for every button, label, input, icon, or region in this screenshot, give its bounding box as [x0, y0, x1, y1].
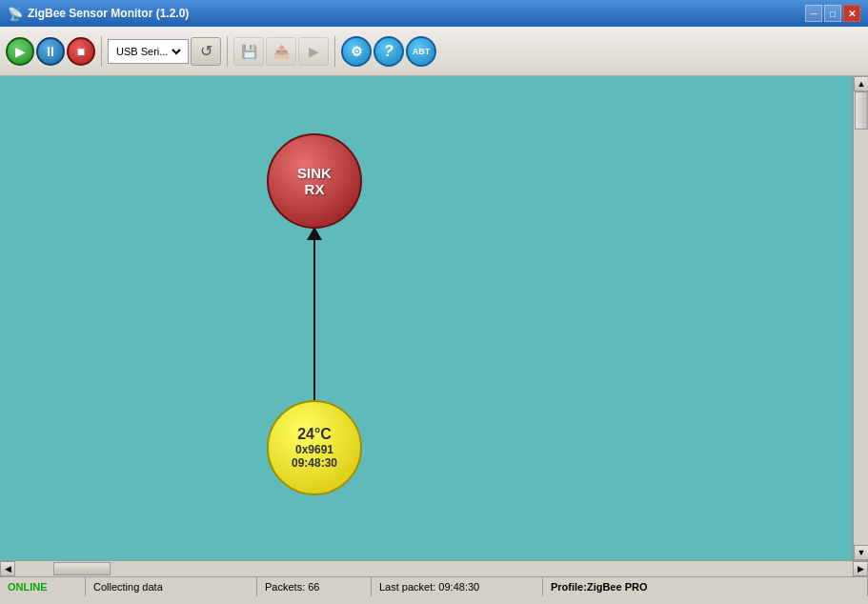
export-icon: 📤	[273, 44, 290, 59]
scroll-down-button[interactable]: ▼	[854, 545, 868, 560]
sensor-time: 09:48:30	[292, 456, 337, 470]
sensor-temperature: 24°C	[297, 426, 332, 443]
scroll-left-button[interactable]: ◀	[0, 561, 15, 576]
sensor-address: 0x9691	[295, 443, 333, 456]
title-icon: 📡	[8, 7, 23, 21]
play-button[interactable]: ▶	[6, 37, 34, 66]
canvas-area: SINK RX 24°C 0x9691 09:48:30	[0, 76, 853, 560]
maximize-button[interactable]: □	[824, 5, 841, 22]
main-area: SINK RX 24°C 0x9691 09:48:30 ▲ ▼	[0, 76, 868, 560]
save-icon: 💾	[241, 44, 257, 59]
record-icon: ▶	[309, 44, 319, 59]
profile-status: Profile: ZigBee PRO	[543, 577, 868, 596]
about-button[interactable]: ABT	[406, 36, 436, 67]
refresh-button[interactable]: ↺	[191, 37, 221, 66]
refresh-icon: ↺	[200, 42, 212, 60]
hscroll-thumb[interactable]	[53, 562, 111, 575]
profile-value: ZigBee PRO	[587, 581, 648, 593]
online-text: ONLINE	[8, 581, 48, 593]
collecting-status: Collecting data	[86, 577, 257, 596]
separator-1	[101, 36, 102, 67]
vertical-scrollbar[interactable]: ▲ ▼	[853, 76, 868, 560]
arrow-line	[313, 231, 315, 400]
last-packet-text: Last packet: 09:48:30	[379, 581, 479, 593]
last-packet-status: Last packet: 09:48:30	[372, 577, 543, 596]
stop-icon: ■	[77, 44, 85, 59]
play-icon: ▶	[15, 44, 26, 59]
profile-label: Profile:	[551, 581, 587, 593]
close-button[interactable]: ✕	[843, 5, 860, 22]
scroll-right-button[interactable]: ▶	[853, 561, 868, 576]
pause-icon: ⏸	[44, 44, 57, 59]
hscroll-track[interactable]	[15, 561, 853, 576]
help-icon: ?	[384, 43, 394, 60]
about-icon: ABT	[413, 47, 431, 56]
sink-node[interactable]: SINK RX	[267, 133, 362, 229]
packets-status: Packets: 66	[257, 577, 372, 596]
port-select[interactable]: USB Seri...	[112, 45, 184, 58]
scroll-track[interactable]	[854, 91, 868, 545]
toolbar: ▶ ⏸ ■ USB Seri... ↺ 💾 📤 ▶ ⚙ ? ABT	[0, 27, 868, 76]
title-bar: 📡 ZigBee Sensor Monitor (1.2.0) ─ □ ✕	[0, 0, 868, 27]
export-button[interactable]: 📤	[266, 37, 296, 66]
port-dropdown[interactable]: USB Seri...	[108, 39, 189, 64]
save-button[interactable]: 💾	[233, 37, 264, 66]
record-button[interactable]: ▶	[298, 37, 329, 66]
help-button[interactable]: ?	[373, 36, 404, 67]
scroll-thumb[interactable]	[855, 91, 868, 130]
sensor-node[interactable]: 24°C 0x9691 09:48:30	[267, 400, 362, 495]
stop-button[interactable]: ■	[67, 37, 95, 66]
status-bar: ONLINE Collecting data Packets: 66 Last …	[0, 575, 868, 596]
gear-icon: ⚙	[351, 44, 363, 59]
horizontal-scrollbar[interactable]: ◀ ▶	[0, 560, 868, 575]
sink-label-line2: RX	[305, 181, 325, 197]
minimize-button[interactable]: ─	[805, 5, 822, 22]
online-status: ONLINE	[0, 577, 86, 596]
collecting-text: Collecting data	[93, 581, 163, 593]
pause-button[interactable]: ⏸	[36, 37, 65, 66]
scroll-up-button[interactable]: ▲	[854, 76, 868, 91]
separator-2	[227, 36, 228, 67]
packets-text: Packets: 66	[265, 581, 319, 593]
settings-button[interactable]: ⚙	[341, 36, 372, 67]
sink-label-line1: SINK	[297, 165, 332, 181]
separator-3	[334, 36, 335, 67]
window-title: ZigBee Sensor Monitor (1.2.0)	[28, 7, 189, 20]
